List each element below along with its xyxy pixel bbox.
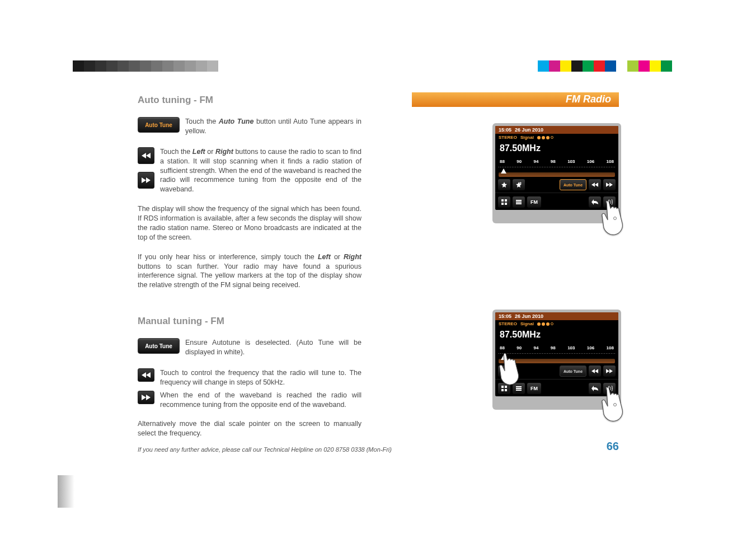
signal-label: Signal — [520, 321, 534, 326]
back-button[interactable] — [589, 383, 601, 394]
device-indicator-dot — [613, 403, 617, 406]
pointing-hand-icon — [499, 352, 525, 386]
star-icon — [501, 181, 508, 188]
svg-rect-2 — [501, 199, 504, 202]
rewind-icon — [591, 182, 598, 187]
device-dial[interactable]: 88909498103106108 — [499, 345, 615, 362]
auto-tune-instruction-2: Touch the Left or Right buttons to cause… — [160, 147, 361, 194]
section-title-auto-tuning: Auto tuning - FM — [138, 95, 361, 106]
home-button[interactable] — [498, 196, 510, 208]
footer-helpline: If you need any further advice, please c… — [138, 446, 392, 453]
device-date: 26 Jun 2010 — [515, 313, 543, 319]
forward-icon — [606, 369, 613, 373]
device-auto-tune-button-inactive[interactable]: Auto Tune — [560, 366, 586, 377]
device-date: 26 Jun 2010 — [515, 127, 543, 133]
svg-rect-7 — [516, 202, 522, 203]
stereo-label: STEREO — [499, 321, 517, 326]
device-signal-row: STEREO Signal — [495, 320, 618, 327]
step-left-button[interactable] — [138, 368, 154, 382]
rewind-icon — [591, 369, 598, 373]
device-scan-right-button[interactable] — [603, 366, 616, 377]
auto-tune-button-active[interactable]: Auto Tune — [138, 117, 180, 133]
fm-mode-label: FM — [527, 383, 541, 394]
svg-rect-3 — [505, 199, 507, 202]
auto-tune-instruction-1: Touch the Auto Tune button until Auto Tu… — [185, 117, 361, 136]
device-mockup-auto: 15:05 26 Jun 2010 STEREO Signal 87.50MHz… — [492, 123, 621, 223]
section-title-manual-tuning: Manual tuning - FM — [138, 316, 361, 327]
dial-pointer-icon[interactable] — [501, 168, 506, 174]
manual-tune-paragraph-4: Alternatively move the dial scale pointe… — [138, 419, 361, 438]
menu-icon — [516, 199, 522, 205]
device-scan-right-button[interactable] — [603, 179, 616, 190]
device-frequency: 87.50MHz — [495, 141, 618, 159]
scan-right-button[interactable] — [138, 172, 154, 189]
add-favorite-button[interactable] — [513, 179, 525, 190]
device-scan-left-button[interactable] — [589, 179, 601, 190]
device-scan-left-button[interactable] — [589, 366, 601, 377]
signal-label: Signal — [520, 135, 534, 140]
dial-tick-labels: 88909498103106108 — [499, 159, 615, 164]
grid-icon — [501, 199, 507, 205]
svg-rect-11 — [501, 389, 504, 391]
star-plus-icon — [515, 181, 522, 188]
device-signal-row: STEREO Signal — [495, 134, 618, 141]
svg-rect-15 — [516, 390, 522, 391]
signal-dots — [537, 136, 553, 139]
svg-rect-5 — [505, 203, 507, 205]
step-right-button[interactable] — [138, 391, 154, 404]
svg-rect-1 — [519, 183, 522, 184]
stereo-label: STEREO — [499, 135, 517, 140]
scan-left-button[interactable] — [138, 147, 154, 164]
svg-rect-6 — [516, 200, 522, 201]
svg-rect-4 — [501, 203, 504, 205]
svg-rect-12 — [505, 389, 507, 391]
back-icon — [591, 386, 598, 391]
signal-dots — [537, 322, 553, 326]
favorite-button[interactable] — [498, 179, 510, 190]
rewind-icon — [142, 372, 151, 378]
device-auto-tune-button-active[interactable]: Auto Tune — [560, 179, 586, 190]
manual-tune-instruction-3: When the end of the waveband is reached … — [160, 391, 361, 410]
device-time: 15:05 — [499, 313, 511, 319]
manual-tune-instruction-2: Touch to control the frequency that the … — [160, 368, 361, 387]
page-shadow — [58, 475, 74, 508]
device-mockup-manual: 15:05 26 Jun 2010 STEREO Signal 87.50MHz… — [492, 310, 621, 410]
back-icon — [591, 199, 598, 205]
device-indicator-dot — [613, 217, 617, 220]
forward-icon — [142, 177, 151, 183]
forward-icon — [606, 182, 613, 187]
device-frequency: 87.50MHz — [495, 327, 618, 345]
page-number: 66 — [607, 440, 619, 453]
auto-tune-paragraph-3: The display will show the frequency of t… — [138, 204, 361, 242]
auto-tune-paragraph-4: If you only hear hiss or interference, s… — [138, 252, 361, 291]
manual-tune-instruction-1: Ensure Autotune is deselected. (Auto Tun… — [185, 338, 361, 357]
menu-button[interactable] — [513, 196, 525, 208]
svg-rect-14 — [516, 388, 522, 389]
forward-icon — [142, 395, 151, 400]
section-header-bar: FM Radio — [412, 92, 619, 107]
device-status-bar: 15:05 26 Jun 2010 — [495, 312, 618, 320]
device-dial[interactable]: 88909498103106108 — [499, 159, 615, 176]
printer-colorbar-left — [73, 60, 229, 72]
printer-colorbar-right — [538, 60, 683, 72]
auto-tune-button-inactive[interactable]: Auto Tune — [138, 338, 180, 354]
fm-mode-label: FM — [527, 196, 541, 208]
dial-tick-labels: 88909498103106108 — [499, 345, 615, 350]
back-button[interactable] — [589, 196, 601, 208]
svg-rect-8 — [516, 203, 522, 204]
rewind-icon — [142, 153, 151, 158]
device-status-bar: 15:05 26 Jun 2010 — [495, 126, 618, 134]
device-time: 15:05 — [499, 127, 511, 133]
